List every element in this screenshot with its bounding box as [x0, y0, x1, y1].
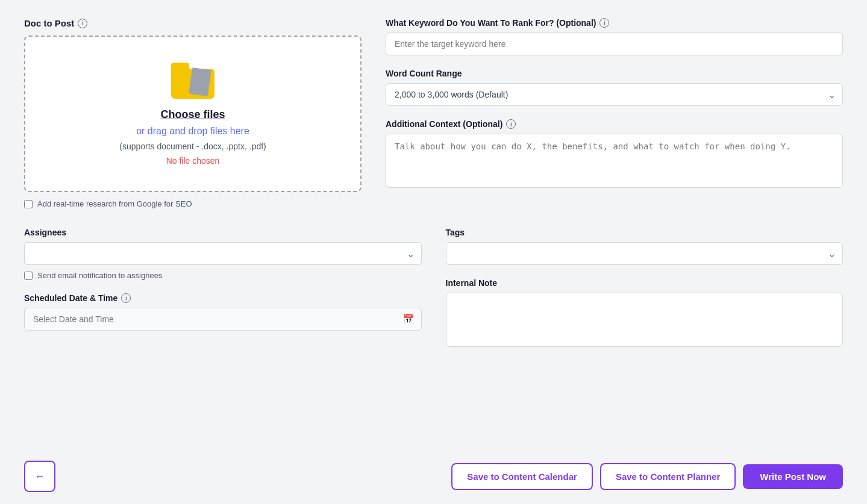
scheduled-date-label: Scheduled Date & Time i	[24, 293, 422, 303]
no-file-status: No file chosen	[166, 156, 220, 166]
additional-context-textarea[interactable]	[386, 134, 843, 188]
word-count-select-wrapper: 500 to 1,000 words1,000 to 2,000 words2,…	[386, 83, 843, 106]
drag-drop-text: or drag and drop files here	[136, 126, 249, 137]
back-arrow-icon: ←	[34, 470, 45, 483]
assignees-label: Assignees	[24, 228, 422, 237]
assignees-label-text: Assignees	[24, 228, 66, 237]
scheduled-date-info-icon[interactable]: i	[121, 293, 131, 303]
tags-label-text: Tags	[446, 228, 465, 237]
assignees-select[interactable]	[24, 242, 422, 265]
doc-to-post-label: Doc to Post	[24, 18, 74, 28]
additional-context-label-text: Additional Context (Optional)	[386, 119, 502, 129]
date-input[interactable]	[24, 308, 422, 331]
seo-checkbox-row: Add real-time research from Google for S…	[24, 199, 362, 208]
footer: ← Save to Content Calendar Save to Conte…	[24, 455, 843, 492]
save-to-content-calendar-button[interactable]: Save to Content Calendar	[451, 463, 593, 490]
keyword-info-icon[interactable]: i	[599, 18, 609, 28]
word-count-label-text: Word Count Range	[386, 69, 462, 78]
write-post-now-button[interactable]: Write Post Now	[743, 464, 843, 489]
doc-to-post-title: Doc to Post i	[24, 18, 362, 28]
file-dropzone[interactable]: Choose files or drag and drop files here…	[24, 36, 362, 192]
word-count-label: Word Count Range	[386, 69, 843, 78]
tags-label: Tags	[446, 228, 844, 237]
tags-select[interactable]	[446, 242, 844, 265]
keyword-field-group: What Keyword Do You Want To Rank For? (O…	[386, 18, 843, 55]
tags-select-wrapper: ⌄	[446, 242, 844, 265]
keyword-label: What Keyword Do You Want To Rank For? (O…	[386, 18, 843, 28]
internal-note-field-group: Internal Note	[446, 278, 844, 349]
additional-context-label: Additional Context (Optional) i	[386, 119, 843, 129]
scheduled-date-field-group: Scheduled Date & Time i 📅	[24, 293, 422, 331]
internal-note-label-text: Internal Note	[446, 278, 498, 288]
send-email-checkbox[interactable]	[24, 272, 33, 280]
choose-files-button[interactable]: Choose files	[160, 108, 225, 121]
tags-field-group: Tags ⌄	[446, 228, 844, 265]
additional-context-info-icon[interactable]: i	[506, 119, 516, 129]
internal-note-textarea[interactable]	[446, 293, 844, 347]
word-count-field-group: Word Count Range 500 to 1,000 words1,000…	[386, 69, 843, 106]
assignees-field-group: Assignees ⌄ Send email notification to a…	[24, 228, 422, 280]
internal-note-label: Internal Note	[446, 278, 844, 288]
save-to-content-planner-button[interactable]: Save to Content Planner	[600, 463, 736, 490]
doc-to-post-info-icon[interactable]: i	[78, 19, 87, 28]
folder-icon	[171, 63, 214, 99]
additional-context-field-group: Additional Context (Optional) i	[386, 119, 843, 190]
word-count-select[interactable]: 500 to 1,000 words1,000 to 2,000 words2,…	[386, 83, 843, 106]
scheduled-date-label-text: Scheduled Date & Time	[24, 293, 117, 303]
seo-checkbox-label: Add real-time research from Google for S…	[37, 199, 192, 208]
back-button[interactable]: ←	[24, 461, 55, 492]
keyword-input[interactable]	[386, 33, 843, 55]
date-input-wrapper: 📅	[24, 308, 422, 331]
assignees-select-wrapper: ⌄	[24, 242, 422, 265]
send-email-label: Send email notification to assignees	[37, 271, 162, 280]
keyword-label-text: What Keyword Do You Want To Rank For? (O…	[386, 18, 596, 28]
supports-text: (supports document - .docx, .pptx, .pdf)	[119, 142, 266, 151]
seo-checkbox[interactable]	[24, 200, 33, 208]
footer-actions: Save to Content Calendar Save to Content…	[451, 463, 843, 490]
